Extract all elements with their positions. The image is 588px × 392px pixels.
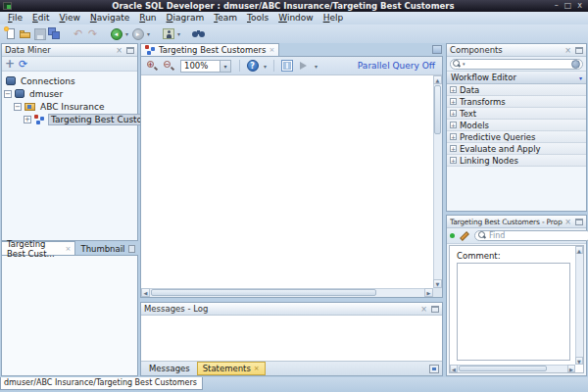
chevron-down-icon[interactable]: ▾: [220, 61, 230, 72]
data-miner-close-icon[interactable]: ×: [114, 46, 124, 55]
search-clear-icon[interactable]: [571, 60, 580, 69]
tab-messages[interactable]: Messages: [144, 363, 195, 374]
close-button[interactable]: x: [577, 1, 582, 11]
components-close-icon[interactable]: ×: [563, 46, 573, 55]
save-button[interactable]: [32, 26, 47, 41]
add-connection-button[interactable]: +: [5, 58, 15, 71]
expand-icon[interactable]: +: [450, 110, 457, 117]
find-button[interactable]: [191, 26, 206, 41]
expand-icon[interactable]: +: [450, 133, 457, 140]
messages-log-close-icon[interactable]: ×: [418, 305, 429, 314]
run-workflow-button[interactable]: [296, 59, 311, 74]
components-search-input[interactable]: [466, 60, 570, 69]
log-panel-menu-icon[interactable]: [429, 365, 439, 373]
menu-team[interactable]: Team: [209, 12, 242, 24]
editor-tab-targeting-best-customers[interactable]: Targeting Best Customers ×: [140, 43, 279, 56]
properties-close-icon[interactable]: ×: [563, 218, 573, 226]
scroll-left-icon[interactable]: ◀: [141, 288, 150, 297]
tab-close-icon[interactable]: ×: [66, 245, 72, 253]
connections-button[interactable]: [161, 26, 175, 41]
undo-button[interactable]: ↶: [71, 26, 85, 41]
status-context-tab[interactable]: dmuser/ABC Insurance/Targeting Best Cust…: [0, 377, 203, 390]
expand-icon[interactable]: +: [450, 98, 457, 105]
search-options-dropdown[interactable]: ▾: [463, 61, 466, 67]
collapse-icon[interactable]: −: [4, 90, 12, 98]
components-restore-icon[interactable]: [575, 47, 583, 54]
new-file-button[interactable]: [3, 26, 18, 41]
editor-tab-close-icon[interactable]: ×: [269, 46, 274, 54]
tree-node-connections[interactable]: Connections: [2, 74, 137, 87]
scroll-down-icon[interactable]: ▼: [433, 279, 442, 288]
menu-help[interactable]: Help: [318, 12, 349, 24]
properties-find-input[interactable]: [489, 231, 588, 240]
expand-icon[interactable]: +: [450, 157, 457, 164]
back-dropdown[interactable]: ▾: [123, 26, 130, 41]
section-text[interactable]: + Text: [447, 108, 586, 120]
workflow-editor-selector[interactable]: Workflow Editor ▾: [447, 72, 586, 84]
maximize-button[interactable]: □: [564, 1, 572, 11]
refresh-button[interactable]: ⟳: [19, 58, 27, 71]
properties-find-field[interactable]: [474, 230, 588, 241]
properties-restore-icon[interactable]: [575, 219, 583, 225]
scroll-down-icon[interactable]: ▼: [575, 357, 583, 365]
statements-tab-close-icon[interactable]: ×: [254, 365, 260, 372]
navigator-button[interactable]: [279, 59, 294, 74]
scroll-thumb[interactable]: [434, 85, 441, 134]
run-dropdown[interactable]: ▾: [313, 59, 319, 74]
scroll-up-icon[interactable]: ▲: [575, 246, 583, 254]
expand-icon[interactable]: +: [24, 116, 31, 123]
forward-dropdown[interactable]: ▾: [145, 26, 152, 41]
menu-tools[interactable]: Tools: [242, 12, 273, 24]
menu-view[interactable]: View: [55, 12, 85, 24]
zoom-level-combobox[interactable]: 100% ▾: [180, 60, 231, 73]
messages-log-restore-icon[interactable]: [431, 306, 439, 313]
section-data[interactable]: + Data: [447, 84, 586, 96]
tree-node-targeting-best-customers[interactable]: + Targeting Best Customers: [2, 113, 137, 125]
section-transforms[interactable]: + Transforms: [447, 96, 586, 108]
expand-icon[interactable]: +: [450, 122, 457, 128]
tree-node-abc-insurance[interactable]: − ABC Insurance: [2, 100, 137, 113]
menu-window[interactable]: Window: [273, 12, 318, 24]
forward-button[interactable]: ▸: [130, 26, 145, 41]
tab-thumbnail[interactable]: Thumbnail: [75, 243, 128, 255]
expand-icon[interactable]: +: [450, 145, 457, 152]
zoom-in-button[interactable]: +: [144, 59, 159, 74]
tab-targeting-best-customers[interactable]: Targeting Best Cust... ×: [1, 241, 75, 255]
open-button[interactable]: [18, 26, 32, 41]
data-miner-restore-icon[interactable]: [126, 47, 134, 54]
connections-dropdown[interactable]: ▾: [175, 26, 182, 41]
section-linking-nodes[interactable]: + Linking Nodes: [447, 155, 586, 167]
scroll-up-icon[interactable]: ▲: [433, 75, 442, 84]
scroll-thumb[interactable]: [151, 289, 376, 296]
canvas-vertical-scrollbar[interactable]: ▲ ▼: [433, 75, 442, 288]
menu-run[interactable]: Run: [134, 12, 161, 24]
menu-navigate[interactable]: Navigate: [85, 12, 134, 24]
section-predictive-queries[interactable]: + Predictive Queries: [447, 131, 586, 143]
scroll-right-icon[interactable]: ▶: [424, 288, 433, 297]
editor-tab-list-icon[interactable]: [432, 45, 442, 54]
properties-vertical-scrollbar[interactable]: ▲ ▼: [575, 246, 583, 365]
comment-textarea[interactable]: [457, 263, 570, 361]
menu-file[interactable]: File: [3, 12, 27, 24]
redo-button[interactable]: ↷: [85, 26, 100, 41]
workflow-canvas[interactable]: [141, 75, 433, 288]
collapse-icon[interactable]: −: [14, 103, 22, 111]
save-all-button[interactable]: [47, 26, 62, 41]
scroll-right-icon[interactable]: ▶: [567, 365, 575, 372]
menu-edit[interactable]: Edit: [27, 12, 54, 24]
back-button[interactable]: ◂: [109, 26, 123, 41]
tree-node-dmuser[interactable]: − dmuser: [2, 87, 137, 100]
zoom-out-button[interactable]: −: [161, 59, 175, 74]
section-models[interactable]: + Models: [447, 120, 586, 131]
properties-horizontal-scrollbar[interactable]: ◀ ▶: [450, 365, 575, 372]
dock-minimize-icon[interactable]: [128, 245, 135, 253]
section-evaluate-and-apply[interactable]: + Evaluate and Apply: [447, 143, 586, 155]
edit-pencil-icon[interactable]: [460, 231, 469, 241]
expand-icon[interactable]: +: [450, 86, 457, 93]
scroll-thumb[interactable]: [459, 366, 547, 371]
parallel-query-toggle[interactable]: Parallel Query Off: [358, 61, 439, 71]
canvas-horizontal-scrollbar[interactable]: ◀ ▶: [141, 288, 433, 297]
help-dropdown[interactable]: ▾: [262, 59, 269, 74]
minimize-button[interactable]: –: [555, 1, 559, 11]
help-button[interactable]: ?: [245, 59, 260, 74]
